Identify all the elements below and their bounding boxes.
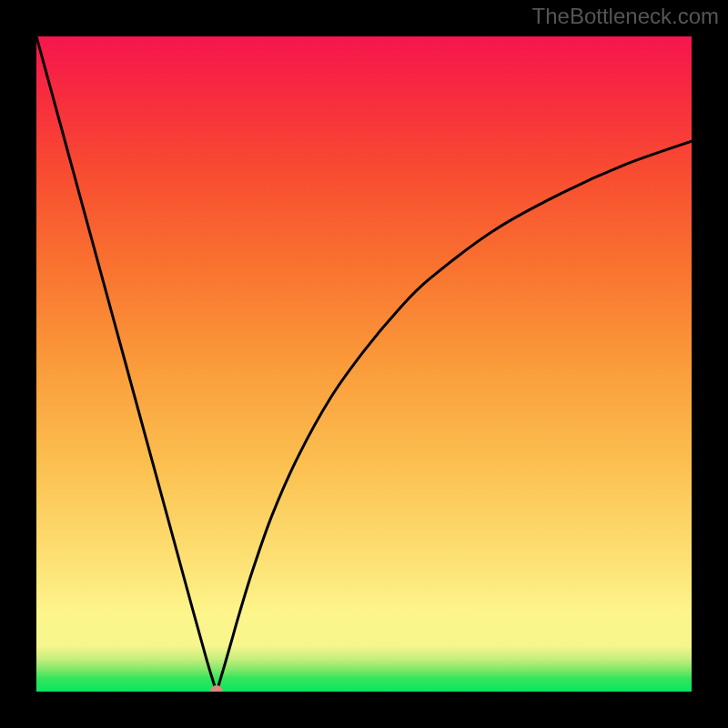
chart-frame: TheBottleneck.com — [0, 0, 728, 728]
bottleneck-chart — [36, 36, 692, 692]
plot-background — [36, 36, 692, 692]
watermark-text: TheBottleneck.com — [532, 4, 719, 29]
